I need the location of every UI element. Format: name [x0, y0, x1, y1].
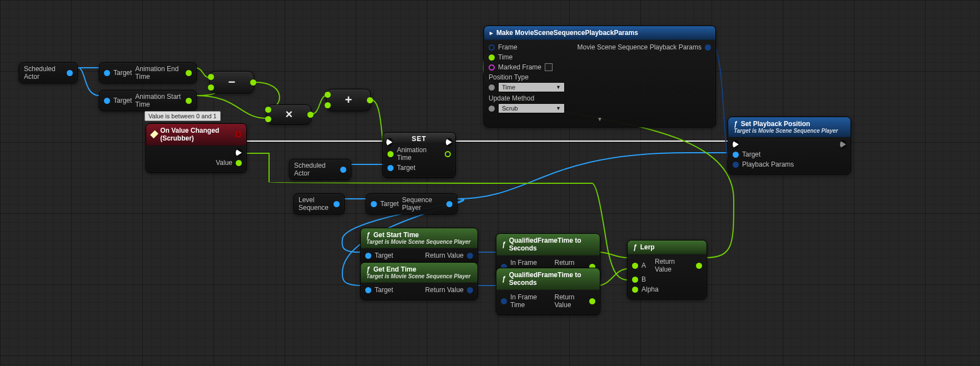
pin-anim-time[interactable] [387, 151, 394, 157]
get-anim-end-time[interactable]: Target Animation End Time [99, 62, 197, 83]
var-scheduled-actor[interactable]: Scheduled Actor [19, 62, 78, 83]
label: Sequence Player [402, 196, 443, 212]
pin-target[interactable] [104, 70, 110, 76]
pin-in-frame-time[interactable] [501, 298, 507, 304]
event-icon [150, 131, 158, 139]
pin-b[interactable] [208, 84, 214, 91]
ret-label: Return Value [655, 258, 693, 273]
target-label: Target [375, 252, 393, 259]
node-title: ƒQualifiedFrameTime to Seconds [496, 268, 600, 290]
pin-position-type[interactable] [489, 84, 495, 91]
op-subtract[interactable]: − [210, 71, 254, 93]
pin-out[interactable] [340, 167, 346, 173]
pin-alpha[interactable] [632, 287, 638, 293]
expand-arrow[interactable]: ▼ [489, 114, 711, 122]
anim-time-label: Animation Time [397, 146, 436, 162]
pin-a[interactable] [208, 74, 214, 80]
op-glyph: − [228, 75, 236, 89]
pin-return[interactable] [696, 263, 702, 269]
pin-update-method[interactable] [489, 106, 495, 112]
pin-target[interactable] [104, 98, 110, 104]
ret-label: Return Value [555, 293, 586, 309]
pin-target[interactable] [733, 152, 739, 158]
target-label: Target [375, 286, 393, 294]
set-animation-time[interactable]: SET Animation Time Target [382, 132, 456, 178]
pin-target[interactable] [371, 201, 377, 207]
node-title: ƒLerp [628, 240, 707, 254]
make-playback-params[interactable]: ▸ Make MovieSceneSequencePlaybackParams … [484, 26, 716, 127]
pin-b[interactable] [632, 277, 638, 283]
delegate-pin[interactable] [236, 132, 241, 137]
pin-out[interactable] [67, 70, 73, 76]
pin-target[interactable] [365, 287, 371, 293]
get-start-time[interactable]: ƒGet Start Time Target is Movie Scene Se… [360, 228, 478, 265]
value-label: Value [216, 159, 232, 167]
label: Animation End Time [135, 65, 182, 81]
pin-out[interactable] [186, 70, 192, 76]
var-scheduled-actor-2[interactable]: Scheduled Actor [289, 159, 351, 180]
set-playback-position[interactable]: ƒSet Playback Position Target is Movie S… [728, 117, 851, 174]
marked-frame-checkbox[interactable] [545, 63, 553, 71]
position-type-select[interactable]: Time▼ [498, 82, 565, 92]
pin-target[interactable] [365, 253, 371, 259]
pin-exec-in[interactable] [733, 141, 739, 148]
op-glyph: × [286, 107, 293, 122]
lerp[interactable]: ƒLerp A Return Value B Alpha [627, 240, 707, 299]
subtitle: Target is Movie Scene Sequence Player [734, 128, 845, 134]
pin-params[interactable] [733, 162, 739, 168]
pin-out-val[interactable] [445, 151, 451, 157]
subtitle: Target is Movie Scene Sequence Player [366, 239, 472, 245]
get-anim-start-time[interactable]: Target Animation Start Time [99, 90, 197, 111]
position-type-label: Position Type [489, 73, 529, 81]
get-sequence-player[interactable]: Target Sequence Player [366, 193, 457, 214]
pin-return[interactable] [467, 287, 473, 293]
label: Animation Start Time [135, 93, 182, 108]
node-title: ƒQualifiedFrameTime to Seconds [496, 234, 600, 255]
marked-frame-label: Marked Frame [498, 63, 541, 71]
pin-out[interactable] [307, 112, 314, 118]
pin-exec-out[interactable] [840, 141, 846, 148]
pin-frame[interactable] [489, 44, 495, 51]
target-label: Target [397, 164, 415, 172]
pin-marked-frame[interactable] [489, 64, 495, 71]
pin-out[interactable] [250, 79, 256, 86]
set-top: SET [383, 133, 455, 143]
pin-exec-in[interactable] [386, 138, 392, 146]
pin-return[interactable] [467, 253, 473, 259]
pin-exec-out[interactable] [446, 138, 452, 146]
pin-out[interactable] [334, 201, 340, 207]
pin-struct-out[interactable] [705, 44, 711, 51]
pin-target[interactable] [387, 165, 394, 171]
pin-time[interactable] [489, 54, 495, 61]
in-label: In Frame Time [510, 293, 546, 309]
pin-out[interactable] [446, 201, 452, 207]
update-method-select[interactable]: Scrub▼ [498, 103, 565, 113]
pin-b[interactable] [325, 102, 331, 108]
node-title: ƒGet End Time Target is Movie Scene Sequ… [361, 263, 477, 283]
pin-out[interactable] [367, 97, 373, 103]
target-label: Target [113, 69, 132, 77]
pin-return[interactable] [589, 298, 595, 304]
pin-exec-out[interactable] [236, 149, 242, 157]
return-label: Return Value [425, 252, 464, 259]
frame-label: Frame [498, 43, 518, 51]
var-level-sequence[interactable]: Level Sequence [293, 193, 345, 214]
return-label: Return Value [425, 286, 464, 294]
pin-a[interactable] [325, 92, 331, 98]
pin-b[interactable] [265, 116, 271, 122]
op-multiply[interactable]: × [267, 104, 311, 124]
pin-a[interactable] [265, 107, 271, 113]
op-add[interactable]: + [326, 89, 371, 111]
time-label: Time [498, 53, 513, 61]
event-on-value-changed[interactable]: On Value Changed (Scrubber) Value [146, 123, 247, 173]
get-end-time[interactable]: ƒGet End Time Target is Movie Scene Sequ… [360, 262, 478, 300]
node-title: ƒGet Start Time Target is Movie Scene Se… [361, 228, 477, 248]
pin-value[interactable] [236, 160, 242, 166]
qft-to-seconds-2[interactable]: ƒQualifiedFrameTime to Seconds In Frame … [496, 268, 600, 315]
update-method-label: Update Method [489, 94, 534, 102]
pin-out[interactable] [186, 98, 192, 104]
pin-a[interactable] [632, 263, 638, 269]
op-glyph: + [345, 93, 352, 107]
subtitle: Target is Movie Scene Sequence Player [366, 273, 472, 279]
a-label: A [641, 262, 646, 269]
